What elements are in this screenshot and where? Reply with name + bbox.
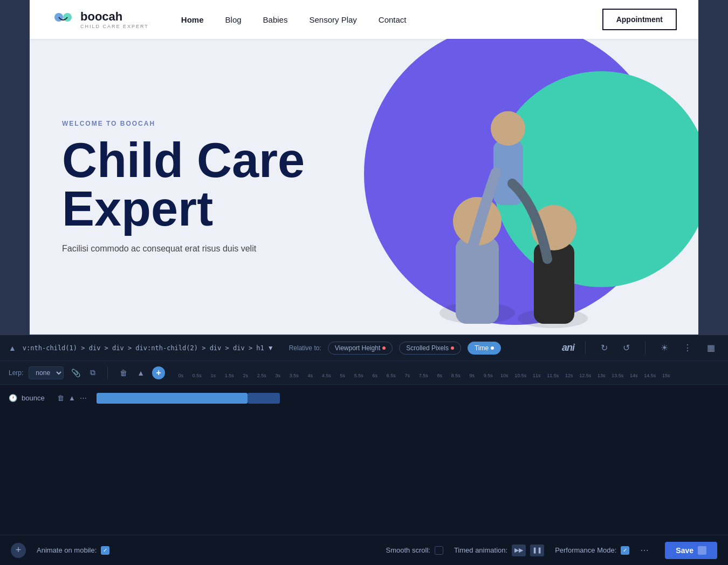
time-mark: 2s (237, 373, 253, 378)
preview-area: ▶ boocah CHILD CARE EXPERT Hom (0, 0, 728, 335)
family-photo (375, 76, 655, 335)
animate-mobile-label: Animate on mobile: (37, 546, 97, 554)
toolbar-row2: Lerp: none 📎 ⧉ 🗑 ▲ + 0s0.5s1s1.5s2s2.5s3… (0, 360, 728, 384)
logo-text: boocah CHILD CARE EXPERT (80, 10, 149, 29)
lerp-label: Lerp: (9, 369, 23, 377)
timed-anim-label: Timed animation: (454, 546, 507, 554)
time-mark: 2.5s (253, 373, 270, 378)
time-mark: 4.5s (318, 373, 334, 378)
svg-point-9 (491, 111, 525, 146)
welcome-text: WELCOME TO BOOCAH (62, 120, 305, 127)
time-btn[interactable]: Time (468, 342, 501, 355)
hero-content: WELCOME TO BOOCAH Child Care Expert Faci… (62, 120, 305, 254)
delete-track-btn[interactable]: 🗑 (57, 394, 64, 402)
time-mark: 6.5s (383, 373, 399, 378)
time-mark: 4s (302, 373, 318, 378)
time-dot (491, 346, 494, 350)
delete-keyframe-btn[interactable]: 🗑 (118, 366, 129, 379)
bottom-more-btn[interactable]: ⋯ (640, 545, 650, 555)
perf-mode-area: Performance Mode: ✓ (555, 546, 629, 555)
scrolled-dot (451, 346, 454, 350)
hero-section: WELCOME TO BOOCAH Child Care Expert Faci… (30, 39, 698, 335)
time-mark: 5.5s (351, 373, 367, 378)
save-button[interactable]: Save (665, 542, 717, 559)
time-mark: 5s (334, 373, 351, 378)
nav-sensory-play[interactable]: Sensory Play (309, 15, 356, 24)
appointment-button[interactable]: Appointment (602, 9, 677, 30)
hero-title-line2: Expert (62, 182, 213, 236)
timed-pause-btn[interactable]: ❚❚ (530, 544, 544, 556)
edit-keyframe-btn[interactable]: ▲ (135, 366, 147, 379)
time-ruler: 0s0.5s1s1.5s2s2.5s3s3.5s4s4.5s5s5.5s6s6.… (170, 367, 719, 378)
time-mark: 11s (528, 373, 545, 378)
breadcrumb-icon: ▲ (9, 344, 16, 352)
add-keyframe-btn[interactable]: + (152, 366, 165, 379)
timed-play-btn[interactable]: ▶▶ (512, 544, 526, 556)
time-mark: 10s (496, 373, 512, 378)
time-mark: 0.5s (189, 373, 205, 378)
hero-title: Child Care Expert (62, 136, 305, 233)
nav-blog[interactable]: Blog (225, 15, 242, 24)
copy-btn[interactable]: ▦ (703, 341, 719, 355)
more-track-btn[interactable]: ⋯ (80, 394, 87, 402)
time-mark: 8s (431, 373, 448, 378)
time-mark: 6s (367, 373, 383, 378)
family-illustration (380, 86, 650, 335)
ease-track-btn[interactable]: ▲ (68, 394, 75, 402)
svg-rect-6 (534, 243, 574, 324)
hero-subtitle: Facilisi commodo ac consequat erat risus… (62, 244, 305, 254)
nav-home[interactable]: Home (181, 15, 204, 24)
time-mark: 9s (464, 373, 480, 378)
time-mark: 12s (561, 373, 577, 378)
add-track-btn[interactable]: + (11, 543, 26, 558)
logo-name: boocah (80, 10, 149, 24)
animation-bar-main (97, 393, 248, 404)
time-mark: 10.5s (512, 373, 528, 378)
smooth-scroll-checkbox[interactable] (435, 546, 443, 555)
time-mark: 7.5s (415, 373, 431, 378)
copy-keyframe-btn[interactable]: ⧉ (88, 366, 98, 379)
time-mark: 1.5s (221, 373, 237, 378)
animate-mobile-area: Animate on mobile: ✓ (37, 546, 109, 555)
lerp-select[interactable]: none (29, 366, 64, 379)
time-mark: 11.5s (545, 373, 561, 378)
scrolled-pixels-btn[interactable]: Scrolled Pixels (399, 342, 461, 355)
time-mark: 3.5s (286, 373, 302, 378)
nav-contact[interactable]: Contact (379, 15, 407, 24)
toolbar-row1: ▲ v:nth-child(1) > div > div > div:nth-c… (0, 335, 728, 360)
divider2 (645, 342, 645, 355)
smooth-scroll-area: Smooth scroll: (386, 546, 443, 555)
viewport-height-btn[interactable]: Viewport Height (328, 342, 393, 355)
attachment-icon[interactable]: 📎 (69, 366, 83, 379)
track-controls: 🗑 ▲ ⋯ (57, 394, 87, 402)
redo-btn[interactable]: ↺ (619, 341, 634, 355)
perf-mode-label: Performance Mode: (555, 546, 616, 554)
more-icon-btn[interactable]: ⋮ (679, 341, 696, 355)
divider3 (107, 366, 108, 379)
time-mark: 7s (399, 373, 415, 378)
time-mark: 13s (593, 373, 609, 378)
time-mark: 14.5s (642, 373, 658, 378)
breadcrumb-area: v:nth-child(1) > div > div > div:nth-chi… (23, 344, 274, 352)
time-mark: 9.5s (480, 373, 496, 378)
nav-babies[interactable]: Babies (263, 15, 288, 24)
perf-mode-checkbox[interactable]: ✓ (621, 546, 629, 555)
timed-anim-area: Timed animation: ▶▶ ❚❚ (454, 544, 544, 556)
animation-bar-end (248, 393, 280, 404)
animation-track[interactable] (97, 391, 719, 406)
animate-mobile-checkbox[interactable]: ✓ (101, 546, 109, 555)
time-mark: 14s (626, 373, 642, 378)
time-mark: 0s (173, 373, 189, 378)
time-mark: 1s (205, 373, 221, 378)
time-mark: 8.5s (448, 373, 464, 378)
divider1 (585, 342, 586, 355)
time-mark: 15s (658, 373, 674, 378)
smooth-scroll-label: Smooth scroll: (386, 546, 430, 554)
undo-btn[interactable]: ↻ (596, 341, 612, 355)
toolbar-row3: 🕐 bounce 🗑 ▲ ⋯ (0, 384, 728, 411)
hero-title-line1: Child Care (62, 133, 305, 187)
sun-btn[interactable]: ☀ (656, 341, 672, 355)
breadcrumb-dropdown[interactable]: ▼ (267, 344, 274, 352)
logo-icon (51, 8, 75, 31)
nav-links: Home Blog Babies Sensory Play Contact (181, 15, 602, 24)
